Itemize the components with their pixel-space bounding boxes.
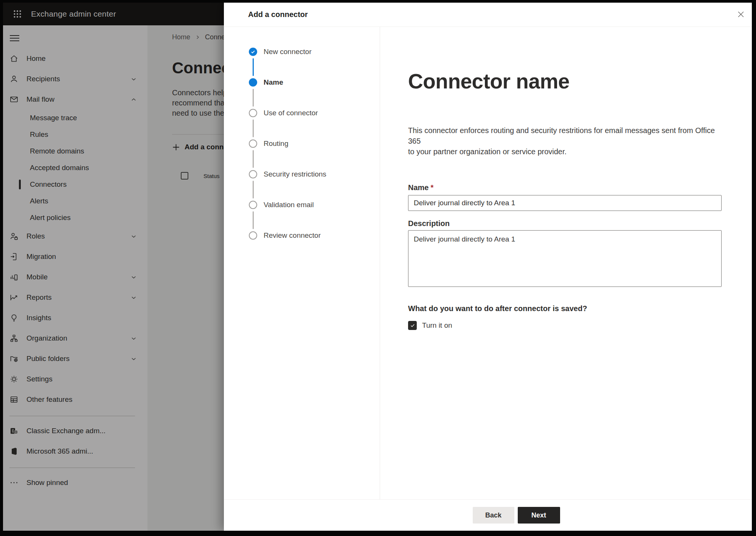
step-current-dot — [249, 78, 257, 87]
dialog-footer: Back Next — [224, 499, 752, 531]
wizard-stepper: New connector Name Use of connector — [224, 27, 380, 499]
step-upcoming-dot — [249, 170, 257, 178]
description-textarea[interactable] — [408, 230, 722, 287]
step-upcoming-dot — [249, 231, 257, 240]
dialog-title: Add a connector — [248, 10, 308, 19]
step-heading: Connector name — [408, 70, 722, 93]
exchange-admin-window: Exchange admin center Home Recipients — [3, 3, 752, 531]
after-save-question: What do you want to do after connector i… — [408, 304, 722, 313]
step-completed-check-icon — [249, 48, 257, 56]
step-review-connector[interactable]: Review connector — [249, 231, 380, 240]
stepper-connector-line — [253, 119, 254, 137]
dialog-body: New connector Name Use of connector — [224, 27, 752, 499]
step-new-connector[interactable]: New connector — [249, 48, 380, 56]
dialog-header: Add a connector — [224, 3, 752, 27]
checkbox-checked-icon[interactable] — [408, 321, 417, 330]
step-use-of-connector[interactable]: Use of connector — [249, 109, 380, 117]
close-icon[interactable] — [734, 7, 748, 22]
connector-name-step-panel: Connector name This connector enforces r… — [380, 27, 752, 499]
step-name[interactable]: Name — [249, 78, 380, 87]
stepper-connector-line — [253, 211, 254, 229]
description-field-label: Description — [408, 219, 722, 228]
stepper-connector-line — [253, 89, 254, 107]
next-button[interactable]: Next — [518, 507, 560, 524]
step-description: This connector enforces routing and secu… — [408, 125, 722, 157]
turn-it-on-checkbox-row[interactable]: Turn it on — [408, 321, 722, 330]
step-upcoming-dot — [249, 109, 257, 117]
name-field-label: Name* — [408, 183, 722, 192]
required-asterisk: * — [430, 183, 433, 192]
stepper-connector-line — [253, 58, 254, 76]
add-connector-dialog: Add a connector New connector — [224, 3, 752, 531]
back-button[interactable]: Back — [473, 507, 514, 524]
step-routing[interactable]: Routing — [249, 139, 380, 148]
step-upcoming-dot — [249, 201, 257, 209]
stepper-connector-line — [253, 181, 254, 198]
screenshot-frame: Exchange admin center Home Recipients — [0, 0, 756, 536]
step-security-restrictions[interactable]: Security restrictions — [249, 170, 380, 178]
stepper-connector-line — [253, 150, 254, 168]
name-input[interactable] — [408, 195, 722, 211]
turn-it-on-label: Turn it on — [422, 321, 452, 330]
step-upcoming-dot — [249, 139, 257, 148]
step-validation-email[interactable]: Validation email — [249, 201, 380, 209]
